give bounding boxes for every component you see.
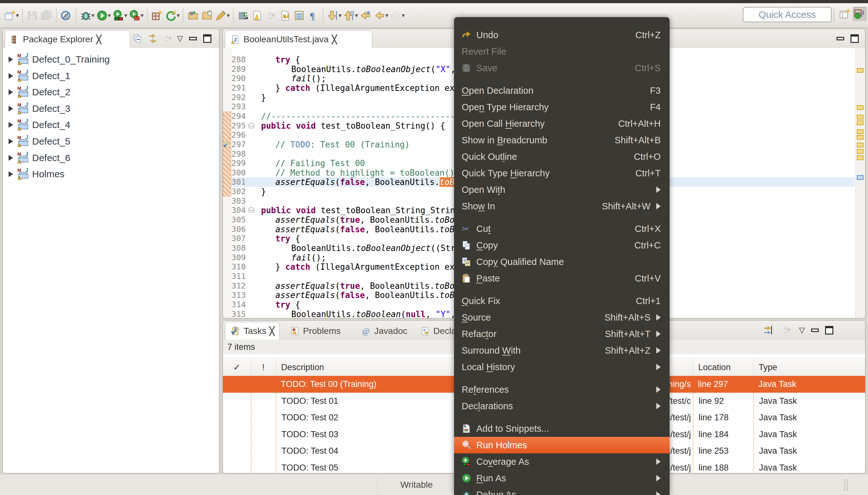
minimize-icon[interactable]	[836, 37, 844, 40]
task-marker[interactable]	[857, 120, 864, 125]
task-marker[interactable]	[857, 129, 864, 134]
expand-arrow-icon[interactable]	[9, 56, 13, 62]
task-marker[interactable]	[857, 155, 864, 160]
menu-item-add-to-snippets[interactable]: Add to Snippets...	[454, 420, 670, 437]
coverage-button[interactable]	[112, 8, 126, 23]
folder-purple-button[interactable]	[186, 8, 200, 23]
tree-item-holmes[interactable]: MJ!Holmes	[3, 167, 219, 182]
menu-item-copy[interactable]: CopyCtrl+C	[454, 237, 670, 254]
menu-item-run-as[interactable]: Run As	[454, 470, 670, 487]
save-all-button[interactable]	[39, 8, 53, 23]
tab-problems[interactable]: Problems	[285, 323, 345, 340]
maximize-icon[interactable]	[825, 326, 833, 335]
tab-tasks[interactable]: Tasks╳	[225, 322, 280, 340]
task-marker[interactable]	[857, 68, 864, 73]
new-java-project-button[interactable]	[150, 8, 164, 23]
minimize-icon[interactable]	[189, 37, 197, 40]
close-icon[interactable]: ╳	[96, 35, 101, 45]
java-perspective-button[interactable]: J	[853, 7, 867, 21]
dropdown-caret-icon[interactable]: ▾	[108, 12, 111, 19]
dropdown-caret-icon[interactable]: ▾	[227, 12, 230, 19]
expand-arrow-icon[interactable]	[9, 73, 13, 79]
back-button[interactable]	[373, 8, 387, 23]
collapse-all-icon[interactable]	[133, 33, 143, 44]
menu-item-coverage-as[interactable]: Coverage As	[454, 454, 670, 470]
team-button[interactable]	[264, 8, 278, 23]
col-check[interactable]: ✓	[223, 358, 251, 376]
expand-arrow-icon[interactable]	[9, 155, 13, 161]
task-marker[interactable]	[857, 149, 864, 154]
menu-item-copy-qualified-name[interactable]: Copy Qualified Name	[454, 254, 670, 270]
menu-item-quick-type-hierarchy[interactable]: Quick Type HierarchyCtrl+T	[454, 165, 670, 182]
previous-annotation-button[interactable]	[342, 8, 356, 23]
menu-item-open-with[interactable]: Open With	[454, 182, 670, 198]
expand-arrow-icon[interactable]	[9, 89, 13, 95]
task-marker[interactable]	[857, 143, 864, 148]
profile-button[interactable]	[128, 8, 142, 23]
menu-item-open-declaration[interactable]: Open DeclarationF3	[454, 82, 670, 99]
new-wizard-button[interactable]	[3, 8, 17, 23]
fold-collapse-icon[interactable]: −	[248, 123, 254, 129]
expand-arrow-icon[interactable]	[9, 122, 13, 128]
col-location[interactable]: Location	[693, 358, 753, 376]
save-button[interactable]	[26, 8, 39, 23]
debug-button[interactable]	[79, 8, 93, 23]
task-marker[interactable]	[857, 115, 864, 119]
run-button[interactable]	[95, 8, 109, 23]
col-priority[interactable]: !	[251, 358, 276, 376]
menu-item-surround-with[interactable]: Surround WithShift+Alt+Z	[454, 342, 670, 359]
dropdown-caret-icon[interactable]: ▾	[140, 12, 144, 19]
expand-arrow-icon[interactable]	[9, 106, 13, 112]
tree-item-defect_5[interactable]: MJ!Defect_5	[3, 134, 219, 149]
folder-clipboard-button[interactable]	[200, 8, 214, 23]
link-editor-icon[interactable]	[148, 33, 158, 44]
dropdown-caret-icon[interactable]: ▾	[124, 12, 128, 19]
menu-item-references[interactable]: References	[454, 381, 670, 398]
tab-javadoc[interactable]: @Javadoc	[356, 323, 412, 340]
dropdown-caret-icon[interactable]: ▾	[402, 12, 405, 19]
dropdown-caret-icon[interactable]: ▾	[177, 12, 180, 19]
mark-occurrences-button[interactable]	[250, 8, 264, 23]
forward-button[interactable]	[389, 8, 403, 23]
expand-arrow-icon[interactable]	[9, 171, 13, 177]
menu-item-quick-outline[interactable]: Quick OutlineCtrl+O	[454, 148, 670, 165]
menu-item-paste[interactable]: PasteCtrl+V	[454, 270, 670, 287]
new-task-button[interactable]: C	[236, 8, 250, 23]
editor-presentation-button[interactable]	[292, 8, 306, 23]
maximize-icon[interactable]	[203, 34, 212, 43]
fold-collapse-icon[interactable]: −	[248, 207, 254, 213]
skip-breakpoints-button[interactable]	[59, 8, 73, 23]
filter-icon[interactable]	[763, 324, 775, 336]
tree-item-defect_6[interactable]: MJ!Defect_6	[3, 151, 219, 165]
dropdown-caret-icon[interactable]: ▾	[355, 12, 358, 19]
menu-item-declarations[interactable]: Declarations	[454, 398, 670, 414]
menu-item-open-type-hierarchy[interactable]: Open Type HierarchyF4	[454, 99, 670, 115]
overview-ruler[interactable]	[855, 48, 865, 318]
expand-arrow-icon[interactable]	[9, 138, 13, 144]
dropdown-caret-icon[interactable]: ▾	[91, 12, 95, 19]
menu-item-refactor[interactable]: RefactorShift+Alt+T	[454, 326, 670, 342]
last-edit-location-button[interactable]: ✱	[358, 8, 373, 23]
col-type[interactable]: Type	[753, 358, 865, 376]
menu-item-open-call-hierarchy[interactable]: Open Call HierarchyCtrl+Alt+H	[454, 115, 670, 132]
menu-item-debug-as[interactable]: Debug As	[454, 487, 670, 495]
menu-item-source[interactable]: SourceShift+Alt+S	[454, 309, 670, 326]
annotate-pen-button[interactable]	[214, 8, 228, 23]
menu-item-run-holmes[interactable]: Run Holmes	[454, 437, 670, 454]
tree-item-defect_4[interactable]: MJ!Defect_4	[3, 118, 219, 132]
show-whitespace-button[interactable]: ¶	[306, 8, 320, 23]
tree-item-defect_2[interactable]: MJ!Defect_2	[3, 85, 219, 100]
menu-item-local-history[interactable]: Local History	[454, 359, 670, 375]
view-menu-icon[interactable]: ▽	[177, 35, 183, 42]
menu-item-save[interactable]: SaveCtrl+S	[454, 60, 670, 76]
current-line-marker[interactable]	[857, 175, 864, 180]
task-marker[interactable]	[857, 135, 864, 140]
close-icon[interactable]: ╳	[332, 35, 337, 45]
editor-tab[interactable]: J BooleanUtilsTest.java ╳	[225, 30, 372, 48]
task-marker[interactable]	[857, 105, 864, 110]
dropdown-caret-icon[interactable]: ▾	[16, 12, 19, 19]
quick-access-input[interactable]: Quick Access	[743, 7, 832, 22]
menu-item-revert-file[interactable]: Revert File	[454, 43, 670, 60]
menu-item-undo[interactable]: UndoCtrl+Z	[454, 27, 670, 43]
menu-item-cut[interactable]: ✂CutCtrl+X	[454, 221, 670, 237]
